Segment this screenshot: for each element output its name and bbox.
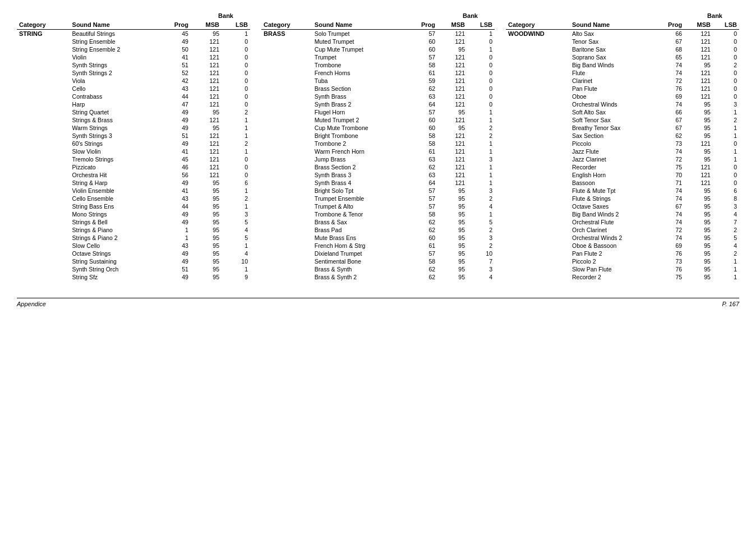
category-cell (506, 100, 570, 108)
sound-name-cell: Orchestra Hit (70, 171, 159, 179)
prog-cell: 58 (407, 140, 437, 147)
table-row: Synth Strings 3511211 (17, 132, 250, 140)
msb-cell: 95 (684, 147, 713, 155)
table-row: Synth Brass 4641211 (261, 179, 495, 187)
msb-cell: 95 (191, 273, 222, 281)
table-row: Tremolo Strings451210 (17, 155, 250, 163)
category-cell (17, 132, 70, 140)
table-row: Flute741210 (506, 69, 739, 77)
msb-cell: 95 (684, 242, 713, 250)
bank-label-2: Bank (261, 11, 495, 20)
lsb-cell: 1 (467, 171, 495, 179)
table-row: Synth Strings511210 (17, 61, 250, 69)
category-cell (17, 210, 70, 218)
sound-name-cell: Clarinet (570, 77, 655, 85)
category-cell (261, 195, 312, 202)
category-cell (261, 108, 312, 116)
lsb-cell: 8 (713, 195, 739, 202)
category-cell (506, 85, 570, 93)
table-row: Viola421210 (17, 77, 250, 85)
sound-name-cell: String Sustaining (70, 257, 159, 265)
sound-name-cell: Pizzicato (70, 163, 159, 171)
msb-cell: 95 (437, 234, 467, 242)
sound-name-cell: Violin Ensemble (70, 187, 159, 195)
prog-cell: 68 (655, 45, 684, 53)
table-row: Oboe691210 (506, 93, 739, 100)
category-cell (506, 250, 570, 257)
msb-cell: 95 (684, 226, 713, 234)
table-row: Octave Strings49954 (17, 250, 250, 257)
lsb-cell: 10 (467, 250, 495, 257)
sound-name-cell: French Horn & Strg (312, 242, 407, 250)
prog-cell: 46 (159, 163, 191, 171)
sound-name-cell: Brass & Synth (312, 265, 407, 273)
prog-cell: 44 (159, 93, 191, 100)
sound-name-cell: String Bass Ens (70, 202, 159, 210)
table-row: Brass Pad62952 (261, 226, 495, 234)
prog-cell: 47 (159, 100, 191, 108)
lsb-cell: 0 (467, 77, 495, 85)
prog-cell: 58 (407, 210, 437, 218)
msb-cell: 121 (191, 69, 222, 77)
prog-cell: 72 (655, 226, 684, 234)
msb-cell: 95 (437, 218, 467, 226)
table-row: Recorder751210 (506, 163, 739, 171)
table-row: Strings & Brass491211 (17, 116, 250, 124)
lsb-cell: 10 (222, 257, 250, 265)
sound-name-cell: Soprano Sax (570, 53, 655, 61)
table-row: Synth Strings 2521210 (17, 69, 250, 77)
prog-cell: 69 (655, 93, 684, 100)
lsb-cell: 2 (467, 132, 495, 140)
msb-cell: 95 (437, 226, 467, 234)
msb-cell: 121 (191, 163, 222, 171)
msb-cell: 95 (684, 124, 713, 132)
msb-cell: 95 (684, 155, 713, 163)
prog-cell: 57 (407, 187, 437, 195)
lsb-cell: 3 (713, 100, 739, 108)
prog-cell: 59 (407, 77, 437, 85)
msb-cell: 121 (191, 171, 222, 179)
category-cell (506, 140, 570, 147)
lsb-cell: 4 (713, 242, 739, 250)
lsb-cell: 4 (222, 250, 250, 257)
lsb-cell: 1 (467, 30, 495, 38)
msb-cell: 95 (191, 234, 222, 242)
sound-name-cell: Synth Brass 2 (312, 100, 407, 108)
lsb-cell: 1 (222, 30, 250, 38)
sound-name-cell: Orchestral Flute (570, 218, 655, 226)
category-cell (506, 77, 570, 85)
category-cell (261, 242, 312, 250)
prog-cell: 62 (655, 132, 684, 140)
cat-header-2: Category (261, 20, 312, 30)
category-cell (17, 45, 70, 53)
sound-name-cell: Synth Brass (312, 93, 407, 100)
lsb-cell: 0 (222, 163, 250, 171)
category-cell (506, 61, 570, 69)
lsb-cell: 0 (222, 85, 250, 93)
category-cell (17, 100, 70, 108)
lsb-header-3: LSB (713, 20, 739, 30)
category-cell (506, 234, 570, 242)
msb-cell: 95 (684, 132, 713, 140)
prog-cell: 62 (407, 273, 437, 281)
table-row: Synth Brass 2641210 (261, 100, 495, 108)
lsb-cell: 5 (713, 234, 739, 242)
category-cell (17, 265, 70, 273)
category-cell (17, 163, 70, 171)
sound-header-3: Sound Name (570, 20, 655, 30)
category-cell (506, 69, 570, 77)
lsb-cell: 2 (467, 242, 495, 250)
msb-cell: 121 (191, 147, 222, 155)
sound-name-cell: String Ensemble (70, 38, 159, 45)
category-cell (506, 163, 570, 171)
sound-name-cell: Sentimental Bone (312, 257, 407, 265)
sound-name-cell: Dixieland Trumpet (312, 250, 407, 257)
msb-cell: 95 (684, 250, 713, 257)
sound-name-cell: Trumpet & Alto (312, 202, 407, 210)
msb-cell: 121 (191, 140, 222, 147)
table-row: Cello Ensemble43952 (17, 195, 250, 202)
table-row: Slow Pan Flute76951 (506, 265, 739, 273)
msb-cell: 95 (437, 210, 467, 218)
table-row: Brass Section621210 (261, 85, 495, 93)
sound-name-cell: Synth Strings 2 (70, 69, 159, 77)
